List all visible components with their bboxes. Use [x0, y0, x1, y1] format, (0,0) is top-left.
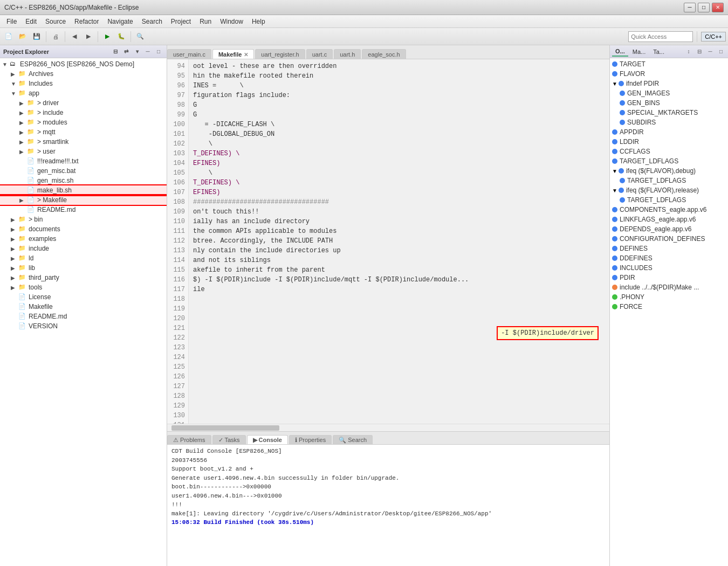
link-with-editor-button[interactable]: ⇄	[121, 47, 131, 57]
outline-item[interactable]: FLAVOR	[610, 69, 728, 79]
outline-item[interactable]: ▼ifndef PDIR	[610, 79, 728, 88]
outline-item[interactable]: TARGET	[610, 59, 728, 69]
tree-item[interactable]: 📄README.md	[0, 205, 167, 215]
outline-maximize-button[interactable]: □	[716, 47, 726, 57]
close-button[interactable]: ✕	[712, 3, 724, 12]
menu-refactor[interactable]: Refactor	[70, 17, 103, 26]
tree-item[interactable]: ▶📁> modules	[0, 118, 167, 127]
console-tab[interactable]: ▶ Console	[247, 435, 288, 444]
toolbar-search[interactable]: 🔍	[134, 30, 147, 43]
outline-item[interactable]: GEN_BINS	[610, 98, 728, 108]
tree-item[interactable]: ▶📁> user	[0, 147, 167, 156]
tree-item[interactable]: 📄gen_misc.sh	[0, 176, 167, 185]
outline-item[interactable]: LINKFLAGS_eagle.app.v6	[610, 215, 728, 224]
sort-button[interactable]: ↕	[684, 47, 693, 57]
tree-item[interactable]: ▶📁Archives	[0, 69, 167, 79]
outline-item[interactable]: FORCE	[610, 302, 728, 312]
tree-item[interactable]: ▶📁> include	[0, 108, 167, 118]
outline-item[interactable]: DDEFINES	[610, 253, 728, 263]
console-tab[interactable]: 🔍 Search	[333, 435, 373, 444]
toolbar-save[interactable]: 💾	[30, 30, 43, 43]
toolbar-run[interactable]: ▶	[101, 30, 114, 43]
outline-item[interactable]: SPECIAL_MKTARGETS	[610, 108, 728, 118]
editor-tab[interactable]: uart.c	[306, 49, 333, 59]
outline-item[interactable]: ▼ifeq ($(FLAVOR),release)	[610, 185, 728, 195]
outline-item[interactable]: GEN_IMAGES	[610, 88, 728, 98]
horizontal-scrollbar[interactable]	[167, 424, 609, 431]
tree-item[interactable]: 📄gen_misc.bat	[0, 166, 167, 176]
tree-item[interactable]: ▶📁ld	[0, 253, 167, 263]
outline-item[interactable]: COMPONENTS_eagle.app.v6	[610, 205, 728, 215]
toolbar-debug[interactable]: 🐛	[115, 30, 128, 43]
maximize-button[interactable]: □	[698, 3, 710, 12]
code-text[interactable]: oot level - these are then overriddenhin…	[189, 59, 609, 424]
menu-edit[interactable]: Edit	[21, 17, 41, 26]
tree-item[interactable]: ▶📁> smartlink	[0, 137, 167, 147]
outline-item[interactable]: LDDIR	[610, 137, 728, 147]
menu-window[interactable]: Window	[216, 17, 248, 26]
tree-item[interactable]: ▶📁include	[0, 244, 167, 253]
outline-item[interactable]: include ../../$(PDIR)Make ...	[610, 282, 728, 292]
menu-search[interactable]: Search	[138, 17, 167, 26]
tree-item[interactable]: ▼📁app	[0, 88, 167, 98]
console-tab[interactable]: ℹ Properties	[289, 435, 332, 444]
console-tab[interactable]: ✓ Tasks	[212, 435, 246, 444]
outline-tab-o[interactable]: O...	[612, 47, 628, 57]
tree-item[interactable]: ▼🗂ESP8266_NOS [ESP8266_NOS Demo]	[0, 59, 167, 69]
outline-item[interactable]: APPDIR	[610, 127, 728, 137]
menu-file[interactable]: File	[2, 17, 21, 26]
menu-help[interactable]: Help	[248, 17, 270, 26]
tree-item[interactable]: ▶📁documents	[0, 224, 167, 234]
tree-item[interactable]: 📄!!!readme!!!.txt	[0, 156, 167, 166]
outline-tab-ma[interactable]: Ma...	[629, 47, 649, 56]
menu-project[interactable]: Project	[167, 17, 195, 26]
menu-navigate[interactable]: Navigate	[103, 17, 137, 26]
outline-item[interactable]: PDIR	[610, 273, 728, 282]
outline-item[interactable]: CCFLAGS	[610, 147, 728, 156]
quick-access-input[interactable]	[628, 31, 693, 42]
outline-minimize-button[interactable]: ─	[705, 47, 715, 57]
tree-item[interactable]: 📄README.md	[0, 312, 167, 321]
tree-item[interactable]: 📄Makefile	[0, 302, 167, 312]
toolbar-open[interactable]: 📂	[16, 30, 29, 43]
tree-item[interactable]: ▶📁> driver	[0, 98, 167, 108]
tree-item[interactable]: 📄License	[0, 292, 167, 302]
toolbar-back[interactable]: ◀	[68, 30, 81, 43]
tree-item[interactable]: 📄VERSION	[0, 321, 167, 331]
panel-menu-button[interactable]: ▾	[132, 47, 142, 57]
tree-item[interactable]: ▶📁examples	[0, 234, 167, 244]
tree-item[interactable]: ▶📄> Makefile	[0, 195, 167, 205]
tree-item[interactable]: ▶📁> bin	[0, 215, 167, 224]
tree-item[interactable]: ▶📁tools	[0, 282, 167, 292]
tree-item[interactable]: 📄make_lib.sh	[0, 185, 167, 195]
perspective-button[interactable]: C/C++	[701, 32, 726, 42]
editor-tab[interactable]: user_main.c	[167, 49, 211, 59]
editor-tab[interactable]: eagle_soc.h	[362, 49, 406, 59]
outline-item[interactable]: SUBDIRS	[610, 118, 728, 127]
editor-tab[interactable]: uart.h	[334, 49, 361, 59]
minimize-panel-button[interactable]: ─	[143, 47, 153, 57]
toolbar-new[interactable]: 📄	[2, 30, 15, 43]
tree-item[interactable]: ▶📁lib	[0, 263, 167, 273]
outline-item[interactable]: DEPENDS_eagle.app.v6	[610, 224, 728, 234]
console-tab[interactable]: ⚠ Problems	[167, 435, 211, 444]
outline-item[interactable]: DEFINES	[610, 244, 728, 253]
outline-item[interactable]: CONFIGURATION_DEFINES	[610, 234, 728, 244]
outline-item[interactable]: .PHONY	[610, 292, 728, 302]
outline-item[interactable]: TARGET_LDFLAGS	[610, 195, 728, 205]
minimize-button[interactable]: ─	[684, 3, 696, 12]
tree-item[interactable]: ▶📁> mqtt	[0, 127, 167, 137]
toolbar-forward[interactable]: ▶	[82, 30, 95, 43]
outline-tab-ta[interactable]: Ta...	[650, 47, 668, 56]
toolbar-print[interactable]: 🖨	[49, 30, 62, 43]
editor-tab[interactable]: Makefile✕	[212, 49, 254, 59]
outline-item[interactable]: ▼ifeq ($(FLAVOR),debug)	[610, 166, 728, 176]
tab-close-button[interactable]: ✕	[244, 52, 248, 58]
menu-run[interactable]: Run	[195, 17, 216, 26]
maximize-panel-button[interactable]: □	[154, 47, 163, 57]
tree-item[interactable]: ▶📁third_party	[0, 273, 167, 282]
collapse-all-button[interactable]: ⊟	[111, 47, 120, 57]
outline-item[interactable]: TARGET_LDFLAGS	[610, 156, 728, 166]
outline-item[interactable]: INCLUDES	[610, 263, 728, 273]
outline-collapse-button[interactable]: ⊟	[695, 47, 704, 57]
